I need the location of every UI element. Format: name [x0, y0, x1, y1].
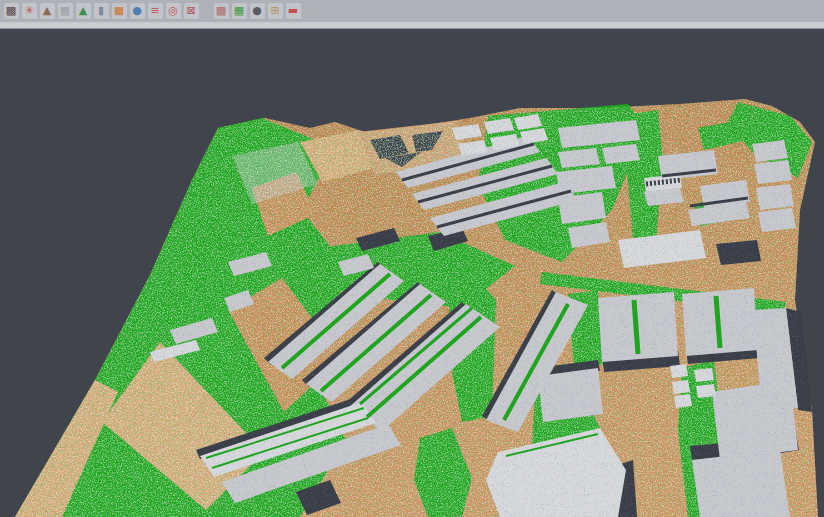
classification-icon[interactable]: ▦ [232, 3, 247, 19]
sphere-icon[interactable]: ● [250, 3, 265, 19]
extent-icon[interactable]: ⊠ [184, 3, 199, 19]
open-icon[interactable]: ▩ [4, 3, 19, 19]
toolbar-divider [0, 22, 824, 29]
grid-icon[interactable]: ▦ [58, 3, 73, 19]
flag-icon[interactable]: ▬ [286, 3, 301, 19]
globe-icon[interactable]: ● [130, 3, 145, 19]
speckle-dark [15, 99, 818, 517]
snowflake-icon[interactable]: ✳ [22, 3, 37, 19]
surface-brown-icon[interactable]: ▲ [40, 3, 55, 19]
layers-icon[interactable]: ≡ [148, 3, 163, 19]
measure-icon[interactable]: ⊞ [268, 3, 283, 19]
profile-icon[interactable]: ▮ [94, 3, 109, 19]
checker-icon[interactable]: ▩ [214, 3, 229, 19]
ortho-icon[interactable]: ■ [112, 3, 127, 19]
toolbar-group: ▩✳▲▦▲▮■●≡◎⊠ [2, 3, 200, 19]
target-icon[interactable]: ◎ [166, 3, 181, 19]
toolbar: ▩✳▲▦▲▮■●≡◎⊠▩▦●⊞▬ [0, 0, 824, 22]
toolbar-group: ▩▦●⊞▬ [212, 3, 302, 19]
viewport-3d[interactable] [0, 0, 824, 517]
surface-green-icon[interactable]: ▲ [76, 3, 91, 19]
pointcloud-scene [0, 0, 824, 517]
